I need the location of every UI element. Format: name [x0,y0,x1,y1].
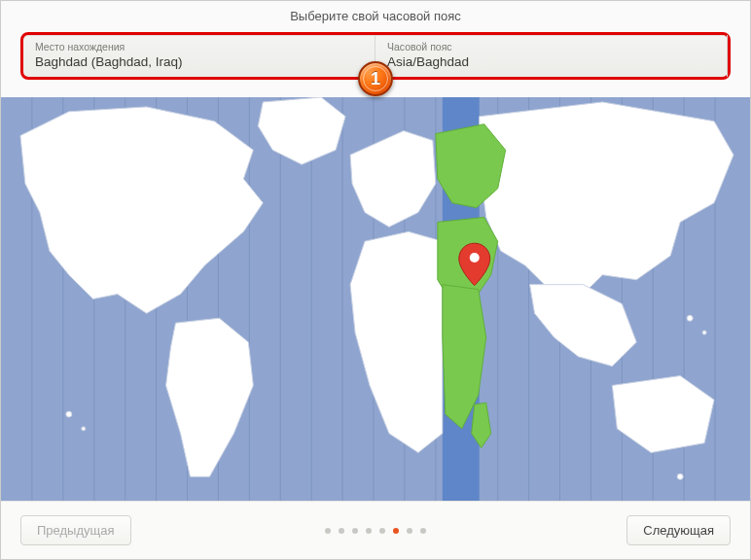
svg-point-25 [82,427,86,431]
prev-button-label: Предыдущая [37,523,115,538]
svg-point-26 [687,315,693,321]
timezone-field[interactable]: Часовой пояс Asia/Baghdad [376,35,728,77]
callout-badge-1: 1 [358,61,393,96]
page-title: Выберите свой часовой пояс [1,1,750,30]
page-title-text: Выберите свой часовой пояс [290,9,461,23]
step-dot[interactable] [420,528,426,534]
svg-point-24 [66,411,72,417]
wizard-footer: Предыдущая Следующая [1,501,750,559]
timezone-label: Часовой пояс [387,41,715,52]
timezone-fields-highlight: Место нахождения Baghdad (Baghdad, Iraq)… [20,32,731,80]
location-label: Место нахождения [35,41,363,52]
step-dot[interactable] [325,528,331,534]
timezone-step-window: Выберите свой часовой пояс Место нахожде… [0,0,751,560]
callout-number: 1 [371,69,380,89]
next-button-label: Следующая [643,523,714,538]
step-dot[interactable] [366,528,372,534]
world-map[interactable] [1,97,750,501]
location-value: Baghdad (Baghdad, Iraq) [35,54,363,69]
svg-point-27 [702,331,706,334]
svg-point-28 [677,473,683,479]
step-dot[interactable] [352,528,358,534]
prev-button[interactable]: Предыдущая [20,515,131,545]
world-map-svg [1,97,750,501]
location-field[interactable]: Место нахождения Baghdad (Baghdad, Iraq) [23,35,376,77]
step-dots [325,528,426,534]
next-button[interactable]: Следующая [626,515,731,545]
step-dot[interactable] [379,528,385,534]
step-dot[interactable] [339,528,344,534]
timezone-value: Asia/Baghdad [387,54,715,69]
svg-point-29 [470,253,480,262]
step-dot[interactable] [393,528,399,534]
step-dot[interactable] [407,528,412,534]
